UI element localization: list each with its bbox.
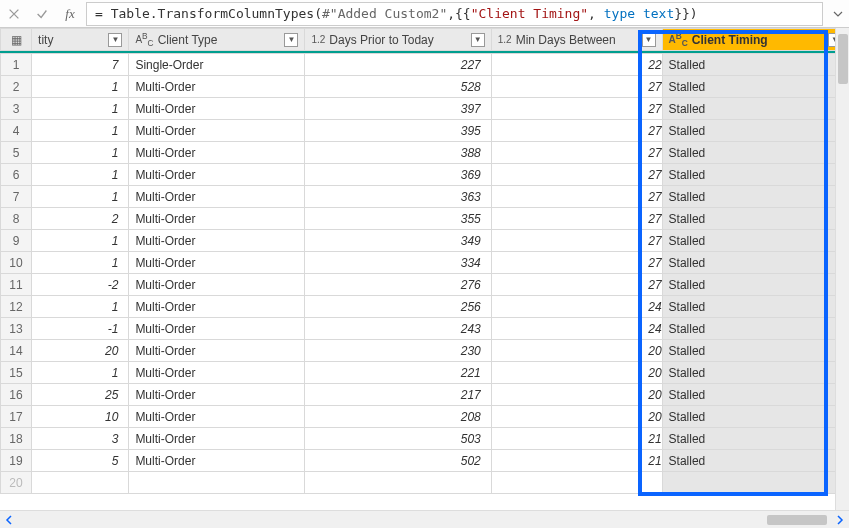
row-header-corner[interactable]: ▦ <box>1 29 32 51</box>
cell-min-days[interactable]: 27 <box>491 274 662 296</box>
cell-min-days[interactable]: 24 <box>491 296 662 318</box>
table-row[interactable]: 121Multi-Order25624Stalled <box>1 296 849 318</box>
cell-days-prior[interactable]: 397 <box>305 98 491 120</box>
cell-quantity[interactable]: 3 <box>32 428 129 450</box>
cell-client-type[interactable]: Multi-Order <box>129 164 305 186</box>
cell-days-prior[interactable]: 334 <box>305 252 491 274</box>
cell-days-prior[interactable]: 227 <box>305 54 491 76</box>
cell-client-timing[interactable]: Stalled <box>662 274 848 296</box>
cell-client-timing[interactable]: Stalled <box>662 230 848 252</box>
accept-formula-button[interactable] <box>28 1 56 27</box>
scrollbar-thumb[interactable] <box>838 34 848 84</box>
table-row[interactable]: 11-2Multi-Order27627Stalled <box>1 274 849 296</box>
cell-client-type[interactable]: Multi-Order <box>129 428 305 450</box>
cell-min-days[interactable]: 21 <box>491 428 662 450</box>
cell-quantity[interactable]: 7 <box>32 54 129 76</box>
col-header-client-type[interactable]: ABC Client Type ▼ <box>129 29 305 51</box>
table-row[interactable]: 1625Multi-Order21720Stalled <box>1 384 849 406</box>
filter-dropdown-icon[interactable]: ▼ <box>471 33 485 47</box>
fx-icon[interactable]: fx <box>56 1 84 27</box>
cell-quantity[interactable]: 1 <box>32 164 129 186</box>
cell-min-days[interactable]: 21 <box>491 450 662 472</box>
cell-days-prior[interactable]: 395 <box>305 120 491 142</box>
cell-days-prior[interactable]: 208 <box>305 406 491 428</box>
cell-min-days[interactable]: 20 <box>491 340 662 362</box>
table-row[interactable]: 41Multi-Order39527Stalled <box>1 120 849 142</box>
cell-client-type[interactable]: Multi-Order <box>129 450 305 472</box>
table-row[interactable]: 151Multi-Order22120Stalled <box>1 362 849 384</box>
cell-client-timing[interactable]: Stalled <box>662 296 848 318</box>
scroll-left-button[interactable] <box>0 511 18 529</box>
cell-client-timing[interactable]: Stalled <box>662 318 848 340</box>
table-row[interactable]: 61Multi-Order36927Stalled <box>1 164 849 186</box>
cell-client-type[interactable]: Multi-Order <box>129 76 305 98</box>
cell-client-timing[interactable]: Stalled <box>662 406 848 428</box>
cell-quantity[interactable]: 5 <box>32 450 129 472</box>
cell-client-timing[interactable]: Stalled <box>662 186 848 208</box>
cell-client-timing[interactable]: Stalled <box>662 362 848 384</box>
cell-quantity[interactable]: 1 <box>32 296 129 318</box>
cell-min-days[interactable]: 27 <box>491 98 662 120</box>
table-row[interactable]: 195Multi-Order50221Stalled <box>1 450 849 472</box>
cell-client-type[interactable]: Multi-Order <box>129 208 305 230</box>
cell-client-type[interactable]: Multi-Order <box>129 274 305 296</box>
table-row[interactable]: 183Multi-Order50321Stalled <box>1 428 849 450</box>
table-row[interactable]: 13-1Multi-Order24324Stalled <box>1 318 849 340</box>
scroll-right-button[interactable] <box>831 511 849 529</box>
cell-client-timing[interactable]: Stalled <box>662 54 848 76</box>
cell-quantity[interactable]: 1 <box>32 252 129 274</box>
cell-quantity[interactable]: -1 <box>32 318 129 340</box>
cell-days-prior[interactable]: 217 <box>305 384 491 406</box>
table-row[interactable]: 1710Multi-Order20820Stalled <box>1 406 849 428</box>
cell-min-days[interactable]: 27 <box>491 76 662 98</box>
table-row[interactable]: 82Multi-Order35527Stalled <box>1 208 849 230</box>
table-row[interactable]: 71Multi-Order36327Stalled <box>1 186 849 208</box>
vertical-scrollbar[interactable] <box>835 28 849 510</box>
cell-client-type[interactable]: Single-Order <box>129 54 305 76</box>
expand-formula-button[interactable] <box>827 8 849 20</box>
cell-client-timing[interactable]: Stalled <box>662 384 848 406</box>
table-row[interactable]: 51Multi-Order38827Stalled <box>1 142 849 164</box>
cell-min-days[interactable]: 20 <box>491 406 662 428</box>
cell-quantity[interactable]: 20 <box>32 340 129 362</box>
cell-quantity[interactable]: 1 <box>32 120 129 142</box>
cell-days-prior[interactable]: 230 <box>305 340 491 362</box>
table-row[interactable]: 17Single-Order22722Stalled <box>1 54 849 76</box>
cell-min-days[interactable]: 27 <box>491 252 662 274</box>
cell-min-days[interactable]: 22 <box>491 54 662 76</box>
cell-client-type[interactable]: Multi-Order <box>129 362 305 384</box>
cell-client-type[interactable]: Multi-Order <box>129 98 305 120</box>
cell-client-type[interactable]: Multi-Order <box>129 384 305 406</box>
cell-min-days[interactable]: 20 <box>491 384 662 406</box>
scrollbar-thumb[interactable] <box>767 515 827 525</box>
cell-client-timing[interactable]: Stalled <box>662 164 848 186</box>
cell-client-timing[interactable]: Stalled <box>662 76 848 98</box>
cell-min-days[interactable]: 27 <box>491 120 662 142</box>
cell-quantity[interactable]: 1 <box>32 76 129 98</box>
col-header-days-prior[interactable]: 1.2 Days Prior to Today ▼ <box>305 29 491 51</box>
cell-quantity[interactable]: 1 <box>32 98 129 120</box>
cell-days-prior[interactable]: 221 <box>305 362 491 384</box>
cell-min-days[interactable]: 27 <box>491 230 662 252</box>
filter-dropdown-icon[interactable]: ▼ <box>284 33 298 47</box>
cell-client-timing[interactable]: Stalled <box>662 340 848 362</box>
cell-client-timing[interactable]: Stalled <box>662 450 848 472</box>
cell-client-type[interactable]: Multi-Order <box>129 120 305 142</box>
cancel-formula-button[interactable] <box>0 1 28 27</box>
col-header-min-days[interactable]: 1.2 Min Days Between ▼ <box>491 29 662 51</box>
cell-quantity[interactable]: 1 <box>32 230 129 252</box>
cell-days-prior[interactable]: 355 <box>305 208 491 230</box>
cell-days-prior[interactable]: 369 <box>305 164 491 186</box>
col-header-quantity[interactable]: tity ▼ <box>32 29 129 51</box>
cell-quantity[interactable]: -2 <box>32 274 129 296</box>
cell-days-prior[interactable]: 256 <box>305 296 491 318</box>
cell-client-type[interactable]: Multi-Order <box>129 318 305 340</box>
cell-quantity[interactable]: 2 <box>32 208 129 230</box>
horizontal-scrollbar[interactable] <box>0 510 849 528</box>
cell-quantity[interactable]: 1 <box>32 186 129 208</box>
cell-days-prior[interactable]: 528 <box>305 76 491 98</box>
cell-client-type[interactable]: Multi-Order <box>129 142 305 164</box>
cell-client-timing[interactable]: Stalled <box>662 142 848 164</box>
cell-client-type[interactable]: Multi-Order <box>129 296 305 318</box>
cell-client-timing[interactable]: Stalled <box>662 428 848 450</box>
